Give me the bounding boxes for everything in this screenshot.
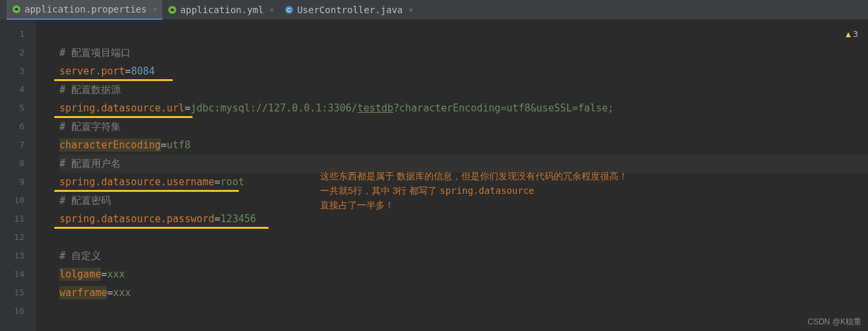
code-line: # 配置数据源: [59, 80, 868, 99]
tab-application-properties[interactable]: application.properties ✕: [7, 0, 162, 20]
close-icon[interactable]: ✕: [152, 5, 157, 13]
code-line: spring.datasource.password=123456: [59, 210, 868, 228]
code-line: # 自定义: [59, 247, 868, 265]
watermark: CSDN @K稳重: [807, 316, 861, 328]
code-line: spring.datasource.url=jdbc:mysql://127.0…: [59, 99, 868, 117]
svg-text:C: C: [287, 7, 292, 13]
tab-usercontroller[interactable]: C UserController.java ✕: [279, 0, 418, 20]
code-line: [59, 25, 868, 44]
code-line: server.port=8084: [59, 62, 868, 80]
code-line: characterEncoding=utf8: [59, 136, 868, 154]
class-icon: C: [284, 5, 294, 15]
code-line: lolgame=xxx: [59, 265, 868, 284]
annotation-text: 这些东西都是属于 数据库的信息，但是你们发现没有代码的冗余程度很高！ 一共就5行…: [320, 169, 628, 212]
tab-application-yml[interactable]: application.yml ✕: [162, 0, 279, 20]
code-content[interactable]: ▲ 3 # 配置项目端口 server.port=8084 # 配置数据源 sp…: [36, 20, 868, 331]
code-line: # 配置项目端口: [59, 44, 868, 62]
spring-icon: [12, 5, 21, 14]
close-icon[interactable]: ✕: [409, 5, 413, 14]
code-line: warframe=xxx: [59, 284, 868, 302]
code-line: [59, 302, 868, 320]
code-line: [59, 228, 868, 247]
code-editor[interactable]: 12345678 910111213141516 ▲ 3 # 配置项目端口 se…: [0, 20, 868, 331]
tab-label: UserController.java: [297, 5, 403, 15]
line-gutter: 12345678 910111213141516: [0, 20, 36, 331]
spring-icon: [168, 5, 177, 15]
editor-tabs: application.properties ✕ application.yml…: [0, 0, 868, 20]
tab-label: application.properties: [24, 4, 147, 15]
close-icon[interactable]: ✕: [270, 5, 275, 14]
tab-label: application.yml: [180, 5, 263, 15]
code-line: # 配置字符集: [59, 117, 868, 136]
